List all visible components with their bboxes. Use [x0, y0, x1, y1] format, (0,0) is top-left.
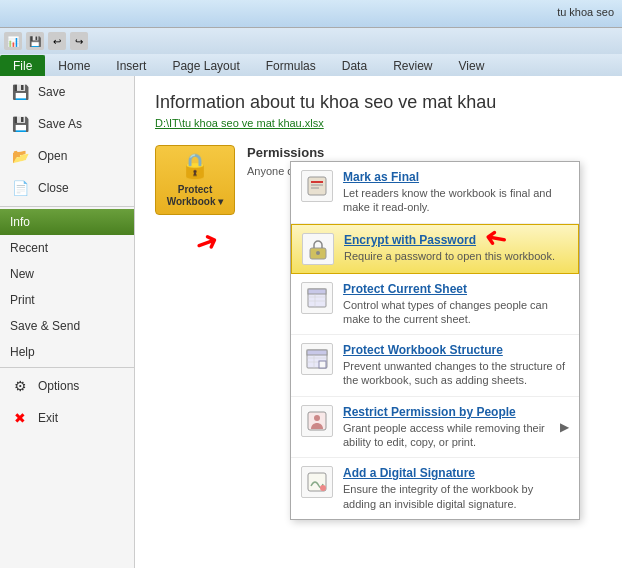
protect-sheet-title: Protect Current Sheet	[343, 282, 569, 296]
tab-review[interactable]: Review	[380, 55, 445, 76]
sidebar-divider-1	[0, 206, 134, 207]
digital-signature-content: Add a Digital Signature Ensure the integ…	[343, 466, 569, 511]
encrypt-password-desc: Require a password to open this workbook…	[344, 249, 568, 263]
ribbon-tabs: File Home Insert Page Layout Formulas Da…	[0, 54, 622, 76]
mark-final-icon	[301, 170, 333, 202]
tab-file[interactable]: File	[0, 55, 45, 76]
protect-sheet-icon	[301, 282, 333, 314]
digital-signature-icon	[301, 466, 333, 498]
protect-structure-title: Protect Workbook Structure	[343, 343, 569, 357]
file-sidebar: 💾 Save 💾 Save As 📂 Open 📄 Close Info Rec…	[0, 76, 135, 568]
svg-point-5	[316, 251, 320, 255]
protect-sheet-content: Protect Current Sheet Control what types…	[343, 282, 569, 327]
tab-view[interactable]: View	[446, 55, 498, 76]
sidebar-item-recent[interactable]: Recent	[0, 235, 134, 261]
menu-item-protect-structure[interactable]: Protect Workbook Structure Prevent unwan…	[291, 335, 579, 397]
tab-insert[interactable]: Insert	[103, 55, 159, 76]
digital-signature-desc: Ensure the integrity of the workbook by …	[343, 482, 569, 511]
close-doc-icon: 📄	[10, 178, 30, 198]
menu-item-encrypt-password[interactable]: Encrypt with Password Require a password…	[291, 224, 579, 274]
main-layout: 💾 Save 💾 Save As 📂 Open 📄 Close Info Rec…	[0, 76, 622, 568]
restrict-permission-icon	[301, 405, 333, 437]
mark-final-title: Mark as Final	[343, 170, 569, 184]
menu-item-mark-final[interactable]: Mark as Final Let readers know the workb…	[291, 162, 579, 224]
undo-icon[interactable]: ↩	[48, 32, 66, 50]
save-as-icon: 💾	[10, 114, 30, 134]
file-path: D:\IT\tu khoa seo ve mat khau.xlsx	[155, 117, 602, 129]
save-icon: 💾	[10, 82, 30, 102]
sidebar-item-exit[interactable]: ✖ Exit	[0, 402, 134, 434]
protect-workbook-button[interactable]: 🔒 ProtectWorkbook ▾	[155, 145, 235, 215]
options-icon: ⚙	[10, 376, 30, 396]
tab-data[interactable]: Data	[329, 55, 380, 76]
sidebar-item-save-send[interactable]: Save & Send	[0, 313, 134, 339]
submenu-arrow-icon: ▶	[560, 420, 569, 434]
svg-rect-7	[308, 289, 326, 294]
protect-sheet-desc: Control what types of changes people can…	[343, 298, 569, 327]
redo-icon[interactable]: ↪	[70, 32, 88, 50]
restrict-permission-title: Restrict Permission by People	[343, 405, 550, 419]
mark-final-content: Mark as Final Let readers know the workb…	[343, 170, 569, 215]
lock-icon: 🔒	[180, 152, 210, 180]
encrypt-password-title: Encrypt with Password	[344, 233, 568, 247]
protect-button-label: ProtectWorkbook ▾	[167, 184, 223, 208]
sidebar-divider-2	[0, 367, 134, 368]
sidebar-item-options[interactable]: ⚙ Options	[0, 370, 134, 402]
tab-home[interactable]: Home	[45, 55, 103, 76]
tab-page-layout[interactable]: Page Layout	[159, 55, 252, 76]
permissions-title: Permissions	[247, 145, 602, 160]
title-bar: tu khoa seo	[0, 0, 622, 28]
protect-structure-content: Protect Workbook Structure Prevent unwan…	[343, 343, 569, 388]
encrypt-password-content: Encrypt with Password Require a password…	[344, 233, 568, 263]
protect-structure-desc: Prevent unwanted changes to the structur…	[343, 359, 569, 388]
sidebar-item-save-as[interactable]: 💾 Save As	[0, 108, 134, 140]
sidebar-item-help[interactable]: Help	[0, 339, 134, 365]
exit-icon: ✖	[10, 408, 30, 428]
encrypt-icon	[302, 233, 334, 265]
sidebar-item-close[interactable]: 📄 Close	[0, 172, 134, 204]
svg-rect-16	[319, 361, 326, 368]
sidebar-item-info[interactable]: Info	[0, 209, 134, 235]
red-arrow-to-protect: ➜	[190, 223, 223, 262]
restrict-permission-content: Restrict Permission by People Grant peop…	[343, 405, 550, 450]
sidebar-item-open[interactable]: 📂 Open	[0, 140, 134, 172]
svg-point-18	[314, 415, 320, 421]
restrict-permission-desc: Grant people access while removing their…	[343, 421, 550, 450]
menu-item-restrict-permission[interactable]: Restrict Permission by People Grant peop…	[291, 397, 579, 459]
protect-dropdown-menu: Mark as Final Let readers know the workb…	[290, 161, 580, 520]
page-title: Information about tu khoa seo ve mat kha…	[155, 92, 602, 113]
sidebar-item-save[interactable]: 💾 Save	[0, 76, 134, 108]
content-area: Information about tu khoa seo ve mat kha…	[135, 76, 622, 568]
tab-formulas[interactable]: Formulas	[253, 55, 329, 76]
sidebar-item-print[interactable]: Print	[0, 287, 134, 313]
sidebar-item-new[interactable]: New	[0, 261, 134, 287]
excel-icon: 📊	[4, 32, 22, 50]
digital-signature-title: Add a Digital Signature	[343, 466, 569, 480]
svg-rect-12	[307, 350, 327, 355]
save-qat-icon[interactable]: 💾	[26, 32, 44, 50]
menu-item-digital-signature[interactable]: Add a Digital Signature Ensure the integ…	[291, 458, 579, 519]
svg-point-20	[320, 485, 326, 491]
svg-rect-0	[308, 177, 326, 195]
title-text: tu khoa seo	[557, 6, 614, 18]
protect-structure-icon	[301, 343, 333, 375]
menu-item-protect-sheet[interactable]: Protect Current Sheet Control what types…	[291, 274, 579, 336]
open-icon: 📂	[10, 146, 30, 166]
quick-access-toolbar: 📊 💾 ↩ ↪	[0, 28, 622, 54]
mark-final-desc: Let readers know the workbook is final a…	[343, 186, 569, 215]
